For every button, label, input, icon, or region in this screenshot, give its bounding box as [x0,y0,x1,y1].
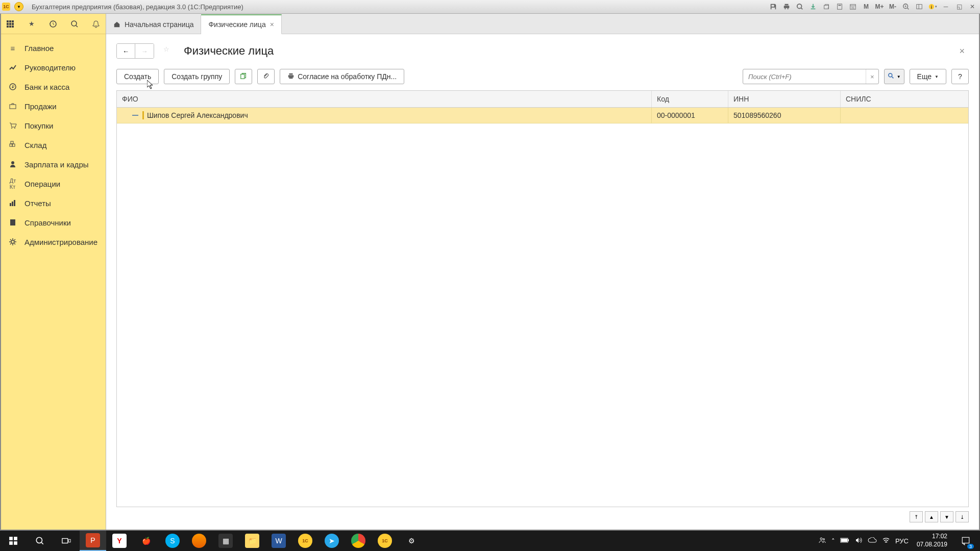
battery-icon[interactable] [840,537,849,545]
help-button[interactable]: ? [951,69,969,84]
maximize-button[interactable]: ◱ [953,2,965,11]
svg-point-45 [823,538,824,540]
tab-close-icon[interactable]: × [270,20,274,29]
svg-point-0 [797,4,802,9]
column-header-code[interactable]: Код [652,91,728,107]
taskbar-app-1c-1[interactable]: 1C [292,531,318,551]
taskbar-app-1c-2[interactable]: 1C [372,531,398,551]
sidebar-item-references[interactable]: Справочники [1,213,106,232]
sidebar-item-warehouse[interactable]: Склад [1,135,106,155]
tab-home[interactable]: Начальная страница [106,15,201,34]
sidebar-item-manager[interactable]: Руководителю [1,58,106,77]
taskbar-app-yandex[interactable]: Y [106,531,133,551]
svg-rect-26 [10,144,12,146]
taskbar-app-firefox[interactable] [186,531,212,551]
apps-icon[interactable] [5,19,15,29]
list-nav-last[interactable]: ⤓ [955,511,969,522]
sidebar-item-label: Отчеты [24,199,51,208]
more-button[interactable]: Еще ▼ [910,69,946,84]
taskbar-app-calculator[interactable]: ▦ [212,531,239,551]
taskbar-app-tomato[interactable]: 🍎 [133,531,159,551]
search-dropdown-button[interactable]: ▼ [884,69,904,84]
notifications-button[interactable]: 3 [955,531,976,551]
start-button[interactable] [0,531,27,551]
svg-rect-40 [14,541,17,545]
preview-icon[interactable] [794,2,805,11]
app-menu-dropdown[interactable]: ▼ [14,2,23,11]
copy-icon [240,72,247,81]
taskbar-app-telegram[interactable]: ➤ [318,531,345,551]
list-nav-first[interactable]: ⤒ [910,511,923,522]
taskbar-app-powerpoint[interactable]: P [80,531,106,551]
nav-back-button[interactable]: ← [117,44,135,58]
download-icon[interactable] [807,2,819,11]
create-group-button[interactable]: Создать группу [164,69,230,84]
taskbar-app-settings[interactable]: ⚙ [398,531,425,551]
search-input[interactable] [743,71,866,83]
sidebar-item-sales[interactable]: Продажи [1,96,106,116]
onedrive-icon[interactable] [868,537,877,545]
mem-mminus[interactable]: M- [887,2,898,11]
calendar-icon[interactable]: 31 [847,2,859,11]
sidebar: ★ ≡Главное Руководителю ₽Банк и касса Пр… [1,14,106,530]
svg-rect-35 [241,74,244,79]
sidebar-item-admin[interactable]: Администрирование [1,232,106,252]
mem-mplus[interactable]: M+ [874,2,885,11]
favorite-star-icon[interactable]: ☆ [163,45,175,57]
svg-text:31: 31 [851,6,855,9]
list-nav-up[interactable]: ▲ [925,511,938,522]
search-icon[interactable] [69,19,80,29]
svg-rect-39 [9,541,13,545]
home-icon [113,21,120,28]
table-row[interactable]: Шипов Сергей Александрович 00-0000001 50… [117,108,968,123]
taskbar-app-skype[interactable]: S [159,531,186,551]
taskbar-clock[interactable]: 17:02 07.08.2019 [914,533,950,548]
taskbar-app-word[interactable]: W [265,531,292,551]
column-header-fio[interactable]: ФИО [117,91,652,107]
nav-forward-button[interactable]: → [135,44,154,58]
sidebar-item-label: Покупки [24,121,53,130]
sidebar-item-salary[interactable]: Зарплата и кадры [1,155,106,174]
history-icon[interactable] [48,19,58,29]
page-close-button[interactable]: × [955,46,969,57]
save-icon[interactable] [768,2,779,11]
create-button[interactable]: Создать [116,69,159,84]
info-icon[interactable]: i▾ [927,2,938,11]
star-icon[interactable]: ★ [27,19,37,29]
search-clear-button[interactable]: × [866,69,878,84]
sidebar-item-purchases[interactable]: Покупки [1,116,106,135]
taskbar-app-chrome[interactable] [345,531,372,551]
chart-icon [8,198,17,208]
calc-icon[interactable] [834,2,845,11]
sidebar-item-main[interactable]: ≡Главное [1,38,106,58]
cell-inn: 501089560260 [728,108,841,123]
link-icon[interactable] [821,2,832,11]
taskbar-app-explorer[interactable]: 📁 [239,531,265,551]
zoom-icon[interactable] [900,2,912,11]
close-button[interactable]: ✕ [967,2,978,11]
svg-rect-7 [917,5,922,9]
tab-individuals[interactable]: Физические лица × [201,14,281,34]
sidebar-item-reports[interactable]: Отчеты [1,193,106,213]
language-indicator[interactable]: РУС [895,537,909,545]
bell-icon[interactable] [91,19,101,29]
panels-icon[interactable] [914,2,925,11]
consent-button[interactable]: Согласие на обработку ПДн... [280,69,404,84]
column-header-inn[interactable]: ИНН [728,91,841,107]
svg-rect-18 [12,26,14,28]
tray-expand-icon[interactable]: ˄ [831,537,835,545]
sidebar-item-operations[interactable]: ДтКтОперации [1,174,106,193]
sidebar-item-bank[interactable]: ₽Банк и касса [1,77,106,96]
print-icon[interactable] [781,2,792,11]
copy-button[interactable] [235,69,252,84]
people-icon[interactable] [818,536,826,546]
cortana-search[interactable] [27,531,53,551]
mem-m[interactable]: M [861,2,872,11]
task-view[interactable] [53,531,80,551]
wifi-icon[interactable] [882,536,890,546]
attach-button[interactable] [257,69,275,84]
volume-icon[interactable] [854,536,863,546]
column-header-snils[interactable]: СНИЛС [841,91,968,107]
minimize-button[interactable]: ─ [940,2,951,11]
list-nav-down[interactable]: ▼ [940,511,953,522]
